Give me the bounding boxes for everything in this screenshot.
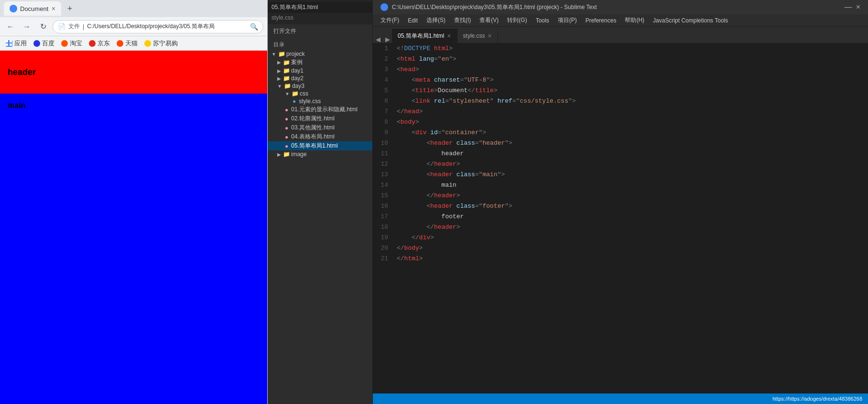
tree-arrow-day3: ▼: [277, 84, 282, 89]
menu-project[interactable]: 项目(P): [554, 15, 581, 25]
code-line-21: </html>: [397, 254, 868, 264]
menu-edit[interactable]: Edit: [404, 16, 422, 25]
back-button[interactable]: ←: [4, 20, 17, 33]
line-num-16: 16: [380, 201, 388, 212]
page-header-text: header: [8, 67, 36, 77]
editor-tab-css-label: style.css: [463, 32, 485, 39]
forward-button[interactable]: →: [20, 20, 33, 33]
line-num-11: 11: [380, 149, 388, 159]
code-line-3: <head>: [397, 64, 868, 75]
menu-help[interactable]: 帮助(H): [621, 15, 648, 25]
browser-toolbar: ← → ↻ 📄 文件 | C:/Users/DELL/Desktop/proje…: [0, 17, 267, 36]
bookmark-jd[interactable]: 京东: [89, 39, 110, 48]
tree-item-anli[interactable]: ▶ 📁 案例: [268, 58, 372, 67]
line-num-17: 17: [380, 212, 388, 222]
open-file-css-label: style.css: [271, 14, 293, 21]
tree-label-css: css: [300, 90, 308, 97]
tree-item-01[interactable]: ● 01.元素的显示和隐藏.html: [268, 105, 372, 114]
menu-goto[interactable]: 转到(G): [503, 15, 531, 25]
line-num-7: 7: [384, 106, 388, 117]
open-file-tab-css[interactable]: style.css: [268, 13, 372, 22]
open-files-label: 打开文件: [268, 24, 372, 38]
page-main-text: main: [8, 101, 25, 110]
folder-icon-image: 📁: [283, 151, 290, 158]
folder-icon-day3: 📁: [284, 83, 291, 89]
editor-menubar: 文件(F) Edit 选择(S) 查找(I) 查看(V) 转到(G) Tools…: [373, 14, 868, 27]
tree-item-stylecss[interactable]: ● style.css: [268, 97, 372, 105]
refresh-button[interactable]: ↻: [36, 20, 50, 33]
line-num-19: 19: [380, 233, 388, 243]
tree-label-image: image: [291, 151, 307, 158]
tree-item-03[interactable]: ● 03.其他属性.html: [268, 123, 372, 132]
bookmark-taobao-label: 淘宝: [70, 39, 82, 48]
editor-tab-css[interactable]: style.css ×: [457, 29, 498, 43]
browser-tab-close[interactable]: ×: [52, 5, 55, 12]
tree-item-day1[interactable]: ▶ 📁 day1: [268, 67, 372, 74]
folder-icon-css: 📁: [292, 90, 299, 97]
browser-tab[interactable]: Document ×: [4, 1, 61, 16]
menu-select[interactable]: 选择(S): [423, 15, 449, 25]
bookmark-baidu[interactable]: 百度: [33, 39, 54, 48]
menu-tools[interactable]: Tools: [532, 16, 553, 25]
line-num-13: 13: [380, 170, 388, 180]
editor-nav-next[interactable]: ▶: [383, 36, 392, 43]
code-area[interactable]: <!DOCTYPE html> <html lang="en"> <head> …: [392, 43, 868, 393]
code-line-10: <header class="header">: [397, 138, 868, 149]
open-file-tab-html[interactable]: 05.简单布局1.html: [268, 2, 372, 13]
tree-item-02[interactable]: ● 02.轮廓属性.html: [268, 114, 372, 123]
line-num-4: 4: [384, 75, 388, 85]
tree-arrow-projeck: ▼: [271, 52, 276, 57]
line-num-14: 14: [380, 180, 388, 191]
editor-nav-prev[interactable]: ◀: [373, 36, 383, 43]
editor-title: C:\Users\DELL\Desktop\projeck\day3\05.简单…: [392, 3, 597, 11]
tree-label-day1: day1: [291, 67, 304, 74]
bookmark-taobao[interactable]: 淘宝: [61, 39, 82, 48]
line-num-1: 1: [384, 43, 388, 54]
bookmark-suning[interactable]: 苏宁易购: [144, 39, 178, 48]
address-separator: |: [83, 23, 84, 30]
html-file-icon-01: ●: [285, 106, 288, 113]
code-line-13: <header class="main">: [397, 170, 868, 180]
tree-item-05[interactable]: ● 05.简单布局1.html: [268, 141, 372, 150]
line-num-15: 15: [380, 191, 388, 201]
folder-icon-projeck: 📁: [278, 51, 285, 57]
menu-view[interactable]: 查看(V): [476, 15, 502, 25]
statusbar: https://https://adoges/drexta/48386268: [373, 393, 868, 404]
bookmark-tianmao[interactable]: 天猫: [117, 39, 138, 48]
line-num-12: 12: [380, 159, 388, 170]
tree-item-image[interactable]: ▶ 📁 image: [268, 150, 372, 158]
close-button[interactable]: ×: [856, 3, 860, 11]
tree-label: 目录: [268, 38, 372, 50]
search-icon: 🔍: [250, 23, 258, 31]
code-line-12: </header>: [397, 159, 868, 170]
editor-titlebar: C:\Users\DELL\Desktop\projeck\day3\05.简单…: [373, 0, 868, 14]
address-bar[interactable]: 📄 文件 | C:/Users/DELL/Desktop/projeck/day…: [53, 20, 263, 33]
folder-icon-day1: 📁: [283, 67, 290, 74]
tree-item-day3[interactable]: ▼ 📁 day3: [268, 82, 372, 90]
file-tree: 目录 ▼ 📁 projeck ▶ 📁 案例 ▶ 📁 day1 ▶ 📁 day2 …: [268, 38, 372, 404]
minimize-button[interactable]: —: [845, 3, 852, 11]
tree-item-css[interactable]: ▼ 📁 css: [268, 90, 372, 97]
code-line-1: <!DOCTYPE html>: [397, 43, 868, 54]
tree-item-projeck[interactable]: ▼ 📁 projeck: [268, 50, 372, 58]
editor-tab-html-close[interactable]: ×: [447, 32, 451, 40]
menu-preferences[interactable]: Preferences: [582, 16, 620, 25]
menu-js-completions[interactable]: JavaScript Completions Tools: [649, 16, 732, 25]
bookmark-apps[interactable]: 应用: [6, 39, 27, 48]
tree-label-anli: 案例: [291, 58, 303, 66]
menu-file[interactable]: 文件(F): [377, 15, 403, 25]
tree-label-day3: day3: [292, 83, 304, 89]
menu-find[interactable]: 查找(I): [450, 15, 475, 25]
tree-item-day2[interactable]: ▶ 📁 day2: [268, 74, 372, 82]
suning-icon: [144, 40, 151, 47]
editor-window: C:\Users\DELL\Desktop\projeck\day3\05.简单…: [373, 0, 868, 404]
browser-tab-title: Document: [20, 5, 48, 12]
code-line-16: <header class="footer">: [397, 201, 868, 212]
code-line-8: <body>: [397, 117, 868, 128]
tree-item-04[interactable]: ● 04.表格布局.html: [268, 132, 372, 141]
editor-tab-html[interactable]: 05.简单布局1.html ×: [392, 29, 457, 43]
editor-tab-css-close[interactable]: ×: [488, 32, 492, 40]
new-tab-button[interactable]: +: [63, 2, 76, 15]
editor-app-icon: [380, 3, 388, 11]
code-line-18: </header>: [397, 222, 868, 233]
